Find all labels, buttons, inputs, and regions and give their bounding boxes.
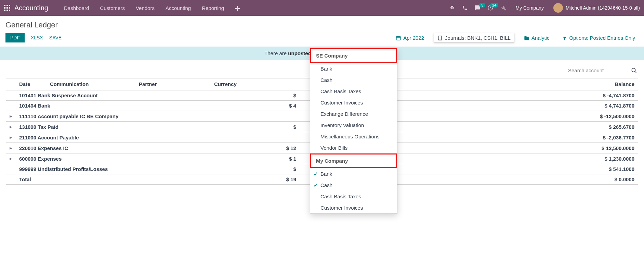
book-icon bbox=[437, 35, 443, 41]
phone-icon[interactable] bbox=[459, 5, 471, 11]
currency-partial: $ 12 bbox=[211, 143, 300, 153]
col-balance: Balance bbox=[395, 78, 638, 90]
filter-journals-label: Journals: BNK1, CSH1, BILL bbox=[445, 35, 511, 41]
dropdown-item[interactable]: Bank bbox=[310, 168, 397, 179]
dropdown-item[interactable]: Cash Basis Taxes bbox=[310, 86, 397, 97]
balance-cell: $ 1,230.0000 bbox=[395, 153, 638, 164]
company-switcher[interactable]: My Company bbox=[510, 5, 549, 11]
filter-analytic-label: Analytic bbox=[531, 35, 550, 41]
filter-analytic[interactable]: Analytic bbox=[521, 33, 553, 42]
svg-rect-8 bbox=[9, 10, 10, 11]
account-name: 131000 Tax Paid bbox=[16, 122, 211, 132]
calendar-icon bbox=[396, 35, 401, 41]
svg-rect-7 bbox=[6, 10, 8, 11]
folder-icon bbox=[524, 35, 529, 41]
svg-rect-2 bbox=[9, 5, 10, 6]
expand-caret-icon[interactable]: ▸ bbox=[6, 143, 16, 153]
svg-rect-4 bbox=[6, 7, 8, 9]
balance-cell: $ -2,036.7700 bbox=[395, 132, 638, 143]
filter-options-label: Options: Posted Entries Only bbox=[569, 35, 635, 41]
search-button[interactable] bbox=[631, 66, 637, 75]
col-currency: Currency bbox=[211, 78, 300, 90]
currency-partial bbox=[211, 111, 300, 122]
col-partner: Partner bbox=[135, 78, 211, 90]
dropdown-item[interactable]: Cash bbox=[310, 179, 397, 185]
svg-rect-1 bbox=[6, 5, 8, 6]
export-xlsx-button[interactable]: XLSX bbox=[31, 35, 43, 40]
svg-rect-6 bbox=[4, 10, 5, 11]
expand-caret-icon[interactable] bbox=[6, 164, 16, 174]
nav-add-icon[interactable] bbox=[229, 5, 245, 11]
dropdown-item[interactable]: Exchange Difference bbox=[310, 108, 397, 120]
currency-partial: $ 1 bbox=[211, 153, 300, 164]
apps-icon[interactable] bbox=[4, 5, 10, 11]
nav-item-customers[interactable]: Customers bbox=[94, 5, 130, 11]
total-currency-partial: $ 19 bbox=[211, 174, 300, 185]
svg-rect-3 bbox=[4, 7, 5, 9]
expand-caret-icon[interactable]: ▸ bbox=[6, 153, 16, 164]
expand-caret-icon[interactable]: ▸ bbox=[6, 122, 16, 132]
avatar bbox=[553, 3, 563, 13]
messages-icon[interactable]: 5 bbox=[471, 5, 484, 11]
page-title: General Ledger bbox=[5, 21, 639, 29]
expand-caret-icon[interactable] bbox=[6, 101, 16, 111]
svg-rect-5 bbox=[9, 7, 10, 9]
balance-cell: $ -12,500.0000 bbox=[395, 111, 638, 122]
dropdown-item[interactable]: Customer Invoices bbox=[310, 97, 397, 108]
dropdown-item[interactable]: Inventory Valuation bbox=[310, 120, 397, 131]
dropdown-item[interactable]: Miscellaneous Operations bbox=[310, 131, 397, 142]
dropdown-item[interactable]: Vendor Bills bbox=[310, 142, 397, 153]
expand-caret-icon[interactable]: ▸ bbox=[6, 111, 16, 122]
dropdown-item[interactable]: Bank bbox=[310, 63, 397, 74]
currency-partial bbox=[211, 132, 300, 143]
journals-dropdown[interactable]: SE CompanyBankCashCash Basis TaxesCustom… bbox=[310, 48, 397, 185]
dropdown-group-header[interactable]: My Company bbox=[310, 153, 397, 168]
currency-partial: $ bbox=[211, 122, 300, 132]
filter-icon bbox=[562, 35, 567, 41]
account-name: 101401 Bank Suspense Account bbox=[16, 90, 211, 101]
activities-icon[interactable]: 24 bbox=[484, 5, 497, 11]
user-name: Mitchell Admin (14294640-15-0-all) bbox=[566, 5, 640, 11]
nav-item-vendors[interactable]: Vendors bbox=[130, 5, 160, 11]
toolbar: PDF XLSX SAVE Apr 2022 Journals: BNK1, C… bbox=[0, 33, 644, 47]
account-name: 600000 Expenses bbox=[16, 153, 211, 164]
nav-item-reporting[interactable]: Reporting bbox=[196, 5, 229, 11]
save-button[interactable]: SAVE bbox=[49, 35, 62, 40]
account-name: 211000 Account Payable bbox=[16, 132, 211, 143]
debug-icon[interactable] bbox=[446, 5, 459, 11]
account-name: 220010 Expenses IC bbox=[16, 143, 211, 153]
expand-caret-icon[interactable]: ▸ bbox=[6, 132, 16, 143]
filter-options[interactable]: Options: Posted Entries Only bbox=[559, 34, 639, 42]
account-name: 111110 Account payable IC BE Company bbox=[16, 111, 211, 122]
nav-item-accounting[interactable]: Accounting bbox=[160, 5, 196, 11]
dropdown-group-header[interactable]: SE Company bbox=[310, 48, 397, 63]
account-name: 101404 Bank bbox=[16, 101, 211, 111]
account-name: 999999 Undistributed Profits/Losses bbox=[16, 164, 211, 174]
svg-point-11 bbox=[632, 68, 635, 72]
brand[interactable]: Accounting bbox=[14, 4, 48, 12]
balance-cell: $ 12,500.0000 bbox=[395, 143, 638, 153]
banner-pre: There are bbox=[264, 50, 288, 56]
svg-rect-0 bbox=[4, 5, 5, 6]
filter-date[interactable]: Apr 2022 bbox=[392, 33, 428, 42]
balance-cell: $ 265.6700 bbox=[395, 122, 638, 132]
nav-menu: DashboardCustomersVendorsAccountingRepor… bbox=[58, 5, 229, 11]
balance-cell: $ 541.1000 bbox=[395, 164, 638, 174]
svg-rect-10 bbox=[396, 36, 400, 40]
filter-journals[interactable]: Journals: BNK1, CSH1, BILL bbox=[434, 33, 514, 42]
dropdown-item[interactable]: Cash bbox=[310, 74, 397, 86]
nav-item-dashboard[interactable]: Dashboard bbox=[58, 5, 94, 11]
balance-cell: $ -4,741.8700 bbox=[395, 90, 638, 101]
breadcrumb: General Ledger bbox=[0, 16, 644, 33]
search-input[interactable] bbox=[567, 66, 628, 75]
filter-date-label: Apr 2022 bbox=[403, 35, 424, 41]
expand-caret-icon[interactable] bbox=[6, 90, 16, 101]
user-menu[interactable]: Mitchell Admin (14294640-15-0-all) bbox=[549, 3, 640, 13]
col-communication: Communication bbox=[47, 78, 135, 90]
topnav: Accounting DashboardCustomersVendorsAcco… bbox=[0, 0, 644, 16]
total-balance: $ 0.0000 bbox=[395, 174, 638, 185]
currency-partial: $ bbox=[211, 164, 300, 174]
total-label: Total bbox=[16, 174, 211, 185]
export-pdf-button[interactable]: PDF bbox=[5, 33, 25, 42]
tools-icon[interactable] bbox=[497, 5, 510, 11]
